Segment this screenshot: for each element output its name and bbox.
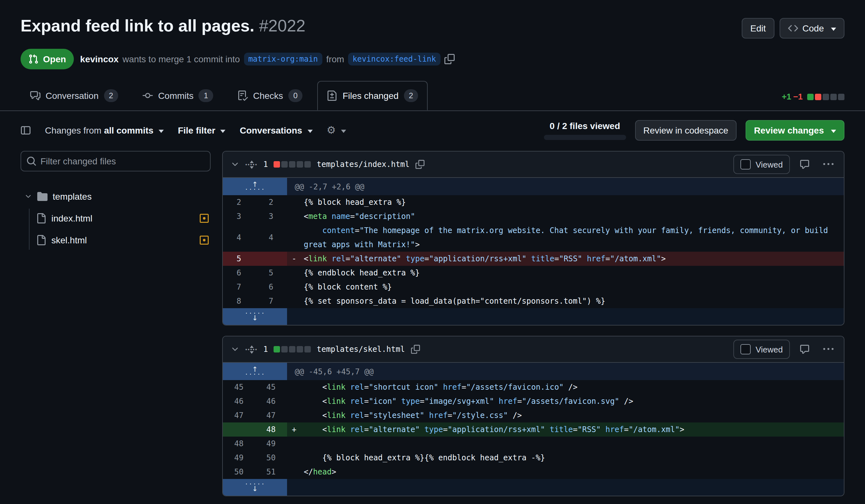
line-code: <link rel="icon" type="image/svg+xml" hr… <box>301 394 844 408</box>
new-line-number[interactable]: 46 <box>255 394 287 408</box>
diff-panel-index-html: ••••• 1 templates/index.html Viewed <box>222 151 844 326</box>
diff-file-header: ••••• 1 templates/skel.html Viewed <box>223 337 844 363</box>
line-marker <box>287 195 301 209</box>
new-line-number[interactable]: 5 <box>255 266 287 280</box>
files-toolbar: Changes from all commits File filter Con… <box>21 111 844 151</box>
hunk-row: ↑·····@@ -45,6 +45,7 @@ <box>223 363 844 380</box>
old-line-number[interactable]: 5 <box>223 252 255 266</box>
diff-line: 5-<link rel="alternate" type="applicatio… <box>223 252 844 266</box>
drag-handle-icon[interactable]: ••••• <box>245 158 257 171</box>
diff-line: 76{% block content %} <box>223 280 844 294</box>
file-filter-dropdown[interactable]: File filter <box>178 125 226 136</box>
old-line-number[interactable]: 49 <box>223 451 255 465</box>
new-line-number[interactable]: 3 <box>255 209 287 223</box>
checklist-icon <box>238 91 248 101</box>
diff-line: 5051</head> <box>223 465 844 479</box>
folder-icon <box>37 191 47 202</box>
base-branch-label[interactable]: matrix-org:main <box>244 52 322 66</box>
comment-icon[interactable] <box>796 155 814 173</box>
line-marker <box>287 266 301 280</box>
new-line-number[interactable]: 45 <box>255 380 287 394</box>
line-code: <link rel="alternate" type="application/… <box>301 422 844 437</box>
viewed-checkbox[interactable] <box>740 344 750 354</box>
viewed-toggle[interactable]: Viewed <box>733 340 790 359</box>
collapse-sidebar-icon[interactable] <box>21 125 31 136</box>
old-line-number[interactable]: 6 <box>223 266 255 280</box>
tab-conversation[interactable]: Conversation 2 <box>21 81 128 110</box>
review-changes-button[interactable]: Review changes <box>746 120 844 141</box>
chevron-down-icon <box>24 192 32 200</box>
diffstat-square <box>838 93 844 100</box>
copy-branch-icon[interactable] <box>445 54 455 64</box>
tab-commits[interactable]: Commits 1 <box>133 81 223 110</box>
old-line-number[interactable]: 2 <box>223 195 255 209</box>
new-line-number[interactable]: 7 <box>255 294 287 308</box>
page-title: Expand feed link to all pages. #2022 <box>21 15 305 36</box>
old-line-number[interactable]: 50 <box>223 465 255 479</box>
file-modified-icon <box>199 235 209 245</box>
viewed-toggle[interactable]: Viewed <box>733 155 790 174</box>
tree-file-index-html[interactable]: index.html <box>35 207 211 229</box>
old-line-number[interactable] <box>223 422 255 437</box>
diffstat[interactable]: +1 −1 <box>782 92 844 102</box>
expand-down-button[interactable]: ·····↓ <box>223 479 287 496</box>
old-line-number[interactable]: 4 <box>223 223 255 252</box>
diff-line: 48+ <link rel="alternate" type="applicat… <box>223 422 844 437</box>
new-line-number[interactable]: 2 <box>255 195 287 209</box>
new-line-number[interactable]: 6 <box>255 280 287 294</box>
expand-up-button[interactable]: ↑····· <box>223 178 287 195</box>
old-line-number[interactable]: 3 <box>223 209 255 223</box>
copy-path-icon[interactable] <box>415 160 425 169</box>
collapse-diff-chevron-icon[interactable] <box>231 160 240 169</box>
file-path[interactable]: templates/skel.html <box>317 345 405 354</box>
changes-from-dropdown[interactable]: Changes from all commits <box>45 125 164 136</box>
drag-handle-icon[interactable]: ••••• <box>245 343 257 355</box>
conversations-dropdown[interactable]: Conversations <box>240 125 313 136</box>
diff-settings-dropdown[interactable]: ⚙ <box>326 125 346 136</box>
new-line-number[interactable]: 51 <box>255 465 287 479</box>
review-in-codespace-button[interactable]: Review in codespace <box>635 120 737 141</box>
new-line-number[interactable]: 49 <box>255 437 287 451</box>
files-viewed-bar <box>544 135 626 140</box>
old-line-number[interactable]: 7 <box>223 280 255 294</box>
new-line-number[interactable]: 47 <box>255 408 287 422</box>
filter-changed-files-input[interactable] <box>21 151 211 172</box>
tree-folder-templates[interactable]: templates <box>21 186 211 207</box>
code-button[interactable]: Code <box>779 18 844 38</box>
old-line-number[interactable]: 47 <box>223 408 255 422</box>
diffstat-square <box>823 93 829 100</box>
new-line-number[interactable] <box>255 252 287 266</box>
viewed-checkbox[interactable] <box>740 159 750 169</box>
comment-icon[interactable] <box>796 340 814 358</box>
copy-path-icon[interactable] <box>411 345 420 354</box>
chevron-down-icon <box>341 129 346 135</box>
diffstat-square <box>274 161 280 167</box>
diff-file-header: ••••• 1 templates/index.html Viewed <box>223 152 844 178</box>
kebab-menu-icon[interactable] <box>819 340 838 358</box>
new-line-number[interactable]: 50 <box>255 451 287 465</box>
tab-files-changed[interactable]: Files changed 2 <box>318 81 428 110</box>
tree-file-skel-html[interactable]: skel.html <box>35 229 211 251</box>
kebab-menu-icon[interactable] <box>819 155 838 173</box>
edit-button[interactable]: Edit <box>742 18 774 38</box>
tab-checks[interactable]: Checks 0 <box>228 81 312 110</box>
line-marker <box>287 380 301 394</box>
collapse-diff-chevron-icon[interactable] <box>231 345 240 354</box>
line-code: {% set sponsors_data = load_data(path="c… <box>301 294 844 308</box>
old-line-number[interactable]: 45 <box>223 380 255 394</box>
head-branch-label[interactable]: kevincox:feed-link <box>348 52 440 66</box>
chevron-down-icon <box>307 129 312 135</box>
expand-up-button[interactable]: ↑····· <box>223 363 287 380</box>
new-line-number[interactable]: 48 <box>255 422 287 437</box>
new-line-number[interactable]: 4 <box>255 223 287 252</box>
tab-count: 2 <box>404 89 418 102</box>
expand-down-button[interactable]: ·····↓ <box>223 308 287 325</box>
file-path[interactable]: templates/index.html <box>317 160 410 169</box>
old-line-number[interactable]: 46 <box>223 394 255 408</box>
merge-description: kevincox wants to merge 1 commit into ma… <box>80 52 455 66</box>
tab-count: 2 <box>104 89 118 102</box>
diff-line: 4747 <link rel="stylesheet" href="/style… <box>223 408 844 422</box>
files-viewed-progress: 0 / 2 files viewed <box>544 121 626 140</box>
old-line-number[interactable]: 48 <box>223 437 255 451</box>
old-line-number[interactable]: 8 <box>223 294 255 308</box>
